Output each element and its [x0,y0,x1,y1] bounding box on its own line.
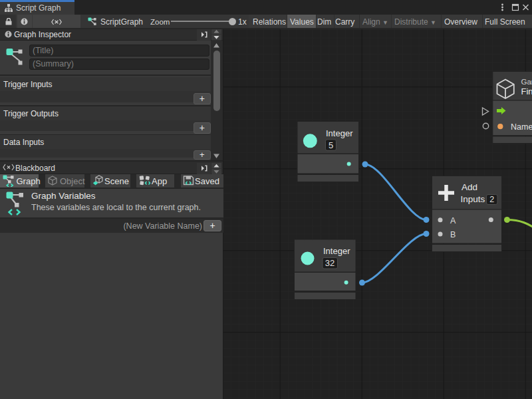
svg-text:B: B [450,230,456,239]
svg-text:Integer: Integer [323,246,350,256]
svg-text:32: 32 [325,258,334,268]
svg-text:A: A [450,216,456,225]
svg-text:Add: Add [462,182,477,192]
svg-text:Integer: Integer [326,128,353,138]
svg-text:Find: Find [521,86,532,96]
svg-text:Inputs: Inputs [461,194,485,204]
svg-text:5: 5 [329,140,333,150]
svg-text:Game: Game [521,78,532,86]
svg-text:Name: Name [511,122,532,132]
svg-text:2: 2 [489,195,494,204]
